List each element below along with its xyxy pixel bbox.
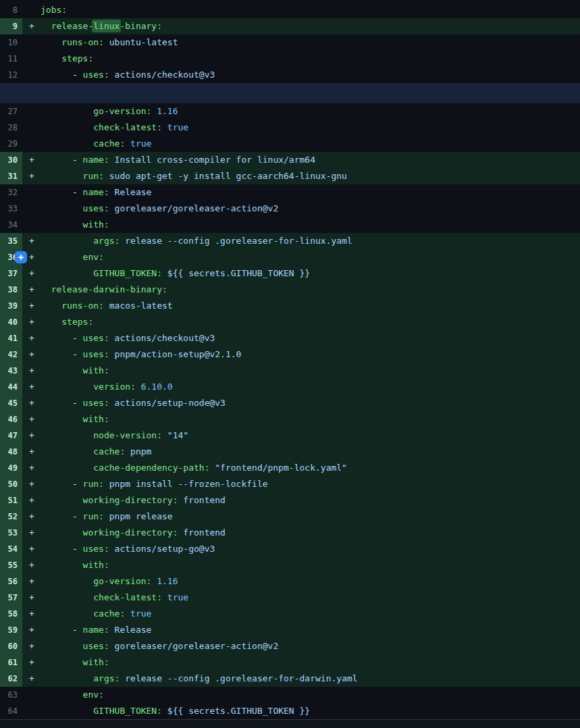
- line-number[interactable]: 59: [0, 622, 22, 638]
- diff-line-41: 41+- uses: actions/checkout@v3: [0, 330, 580, 346]
- diff-line-49: 49+cache-dependency-path: "frontend/pnpm…: [0, 460, 580, 476]
- code-text: - name: Release: [41, 184, 151, 201]
- code-text: steps:: [41, 51, 93, 67]
- diff-line-48: 48+cache: pnpm: [0, 444, 580, 460]
- line-number[interactable]: 31: [0, 168, 22, 184]
- diff-marker: +: [22, 476, 41, 492]
- code-text: - uses: actions/setup-node@v3: [41, 395, 226, 411]
- line-number[interactable]: 56: [0, 573, 22, 590]
- diff-body: 8jobs:9+release-linux-binary:10runs-on: …: [0, 2, 580, 719]
- line-number[interactable]: 12: [0, 67, 22, 83]
- line-number[interactable]: 64: [0, 703, 22, 719]
- line-number[interactable]: 45: [0, 395, 22, 411]
- line-number[interactable]: 40: [0, 314, 22, 330]
- line-number[interactable]: 27: [0, 103, 22, 120]
- line-number[interactable]: 30: [0, 152, 22, 168]
- diff-marker: +: [22, 233, 41, 249]
- line-number[interactable]: 58: [0, 606, 22, 622]
- diff-marker: +: [22, 509, 41, 525]
- diff-line-51: 51+working-directory: frontend: [0, 492, 580, 509]
- code-text: go-version: 1.16: [41, 103, 178, 120]
- line-number[interactable]: 62: [0, 671, 22, 687]
- line-number[interactable]: 37: [0, 265, 22, 282]
- diff-line-47: 47+node-version: "14": [0, 427, 580, 444]
- line-number[interactable]: 55: [0, 557, 22, 573]
- line-number[interactable]: 49: [0, 460, 22, 476]
- code-text: steps:: [41, 314, 93, 330]
- line-number[interactable]: 38: [0, 282, 22, 298]
- code-text: GITHUB_TOKEN: ${{ secrets.GITHUB_TOKEN }…: [41, 703, 310, 719]
- diff-marker: +: [22, 525, 41, 541]
- diff-line-43: 43+with:: [0, 363, 580, 379]
- code-text: check-latest: true: [41, 590, 188, 606]
- line-number[interactable]: 60: [0, 638, 22, 654]
- code-text: env:: [41, 687, 104, 703]
- line-number[interactable]: 48: [0, 444, 22, 460]
- line-number[interactable]: 39: [0, 298, 22, 314]
- code-text: go-version: 1.16: [41, 573, 178, 590]
- diff-marker: +: [22, 379, 41, 395]
- line-number[interactable]: 53: [0, 525, 22, 541]
- diff-marker: +: [22, 298, 41, 314]
- diff-line-8: 8jobs:: [0, 2, 580, 18]
- diff-line-38: 38+release-darwin-binary:: [0, 282, 580, 298]
- diff-marker: +: [22, 671, 41, 687]
- line-number[interactable]: 54: [0, 541, 22, 557]
- line-number[interactable]: 50: [0, 476, 22, 492]
- line-number[interactable]: 8: [0, 2, 22, 18]
- diff-line-32: 32- name: Release: [0, 184, 580, 201]
- line-number[interactable]: 35: [0, 233, 22, 249]
- code-text: with:: [41, 217, 109, 233]
- code-text: cache-dependency-path: "frontend/pnpm-lo…: [41, 460, 347, 476]
- diff-line-29: 29cache: true: [0, 136, 580, 152]
- line-number[interactable]: 46: [0, 411, 22, 427]
- line-number[interactable]: 61: [0, 654, 22, 671]
- add-line-comment-button[interactable]: +: [15, 251, 27, 263]
- diff-marker: +: [22, 638, 41, 654]
- expand-hidden-lines-row[interactable]: [0, 83, 580, 103]
- line-number[interactable]: 43: [0, 363, 22, 379]
- code-text: args: release --config .goreleaser-for-d…: [41, 671, 358, 687]
- line-number[interactable]: 57: [0, 590, 22, 606]
- diff-marker: +: [22, 573, 41, 590]
- code-text: - uses: actions/setup-go@v3: [41, 541, 215, 557]
- line-number[interactable]: 44: [0, 379, 22, 395]
- diff-marker: +: [22, 606, 41, 622]
- diff-marker: +: [22, 363, 41, 379]
- line-number[interactable]: 63: [0, 687, 22, 703]
- code-text: uses: goreleaser/goreleaser-action@v2: [41, 638, 278, 654]
- diff-line-9: 9+release-linux-binary:: [0, 18, 580, 34]
- line-number[interactable]: 9: [0, 18, 22, 34]
- diff-marker: +: [22, 557, 41, 573]
- diff-marker: +: [22, 411, 41, 427]
- diff-line-52: 52+- run: pnpm release: [0, 509, 580, 525]
- diff-line-10: 10runs-on: ubuntu-latest: [0, 34, 580, 51]
- diff-line-28: 28check-latest: true: [0, 120, 580, 136]
- diff-line-54: 54+- uses: actions/setup-go@v3: [0, 541, 580, 557]
- diff-marker: +: [22, 541, 41, 557]
- diff-line-62: 62+args: release --config .goreleaser-fo…: [0, 671, 580, 687]
- line-number[interactable]: 10: [0, 34, 22, 51]
- code-text: - uses: actions/checkout@v3: [41, 330, 215, 346]
- line-number[interactable]: 47: [0, 427, 22, 444]
- line-number[interactable]: 11: [0, 51, 22, 67]
- code-text: - run: pnpm install --frozen-lockfile: [41, 476, 268, 492]
- diff-line-53: 53+working-directory: frontend: [0, 525, 580, 541]
- line-number[interactable]: 41: [0, 330, 22, 346]
- diff-line-45: 45+- uses: actions/setup-node@v3: [0, 395, 580, 411]
- diff-line-37: 37+GITHUB_TOKEN: ${{ secrets.GITHUB_TOKE…: [0, 265, 580, 282]
- line-number[interactable]: 33: [0, 201, 22, 217]
- code-text: - run: pnpm release: [41, 509, 173, 525]
- line-number[interactable]: 34: [0, 217, 22, 233]
- line-number[interactable]: 42: [0, 346, 22, 363]
- code-text: working-directory: frontend: [41, 492, 226, 509]
- line-number[interactable]: 28: [0, 120, 22, 136]
- diff-line-55: 55+with:: [0, 557, 580, 573]
- diff-line-36: 36+env:+: [0, 249, 580, 265]
- line-number[interactable]: 32: [0, 184, 22, 201]
- line-number[interactable]: 29: [0, 136, 22, 152]
- line-number[interactable]: 52: [0, 509, 22, 525]
- code-text: with:: [41, 363, 109, 379]
- line-number[interactable]: 51: [0, 492, 22, 509]
- diff-line-27: 27go-version: 1.16: [0, 103, 580, 120]
